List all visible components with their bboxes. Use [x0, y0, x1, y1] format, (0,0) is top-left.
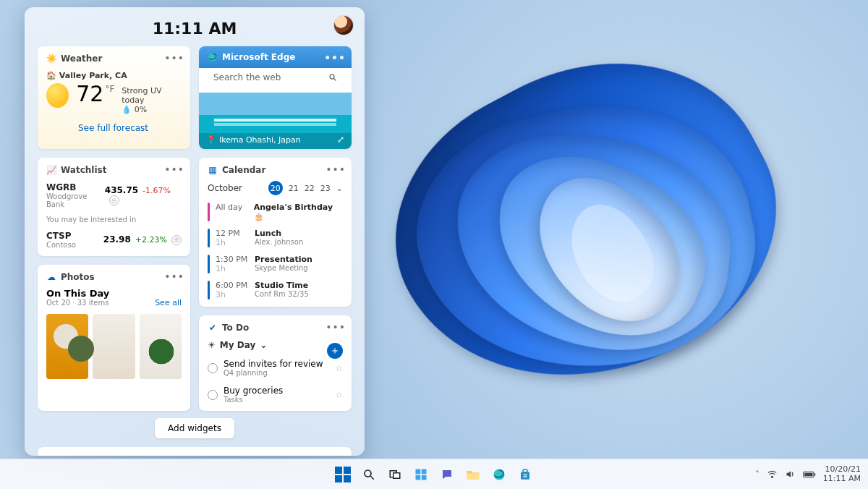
svg-rect-7	[416, 469, 421, 474]
calendar-title: Calendar	[222, 165, 265, 175]
system-tray[interactable]: ˄ 10/20/2111:11 AM	[755, 465, 861, 483]
event-time: All day	[216, 203, 248, 221]
edge-image: 📍 Ikema Ohashi, Japan ⤢	[199, 93, 352, 149]
see-all-link[interactable]: See all	[155, 298, 182, 307]
svg-rect-21	[804, 472, 812, 476]
svg-rect-13	[521, 472, 529, 480]
task-checkbox[interactable]	[208, 390, 218, 400]
task-sub: Q4 planning	[224, 369, 323, 377]
edge-more-icon[interactable]: •••	[324, 52, 346, 64]
volume-icon[interactable]	[785, 469, 796, 480]
stock-symbol: WGRB	[46, 182, 105, 192]
edge-search-placeholder: Search the web	[213, 72, 281, 82]
taskbar: ˄ 10/20/2111:11 AM	[0, 459, 868, 489]
svg-rect-17	[524, 475, 525, 477]
stock-price: 23.98	[103, 234, 131, 244]
event-time: 6:00 PM	[216, 281, 249, 290]
calendar-event[interactable]: 1:30 PM1hPresentationSkype Meeting	[208, 255, 343, 273]
edge-widget[interactable]: Microsoft Edge ••• Search the web 📍 Ikem…	[199, 46, 352, 149]
svg-rect-14	[523, 469, 527, 472]
search-icon	[328, 73, 337, 82]
task-checkbox[interactable]	[208, 363, 218, 373]
todo-task[interactable]: Buy groceriesTasks☆	[208, 386, 343, 404]
svg-rect-8	[422, 469, 427, 474]
weather-more-icon[interactable]: •••	[164, 52, 184, 64]
svg-rect-11	[467, 473, 480, 479]
weather-widget[interactable]: ☀️Weather ••• 🏠 Valley Park, CA 72°F Str…	[38, 46, 190, 149]
svg-point-3	[365, 470, 371, 477]
file-explorer-button[interactable]	[464, 465, 482, 484]
edge-search-input[interactable]: Search the web	[206, 68, 344, 87]
photos-icon: ☁	[46, 272, 56, 282]
stock-row[interactable]: CTSPContoso 23.98+2.23%⊕	[46, 231, 182, 249]
calendar-event[interactable]: 6:00 PM3hStudio TimeConf Rm 32/35	[208, 281, 343, 299]
add-stock-icon[interactable]: ⊖	[109, 195, 119, 205]
photo-thumbnail[interactable]	[140, 314, 182, 379]
calendar-day[interactable]: 23	[320, 184, 331, 193]
add-task-button[interactable]: ＋	[327, 343, 343, 359]
expand-icon[interactable]: ⤢	[337, 135, 344, 145]
task-sub: Tasks	[224, 396, 283, 404]
event-time: 12 PM	[216, 229, 249, 238]
wifi-icon[interactable]	[767, 469, 778, 480]
calendar-day-picker[interactable]: 20 21 22 23 ⌄	[268, 181, 343, 195]
task-label: Send invites for review	[224, 359, 323, 369]
edge-button[interactable]	[490, 465, 509, 484]
edge-caption: 📍 Ikema Ohashi, Japan	[206, 135, 301, 145]
photos-more-icon[interactable]: •••	[164, 271, 184, 282]
stock-price: 435.75	[105, 185, 138, 195]
todo-task[interactable]: Send invites for reviewQ4 planning☆	[208, 359, 343, 377]
add-widgets-button[interactable]: Add widgets	[155, 418, 234, 438]
todo-widget[interactable]: ✔To Do ••• ☀ My Day ⌄ ＋ Send invites for…	[199, 315, 352, 411]
star-icon[interactable]: ☆	[335, 363, 343, 373]
start-button[interactable]	[333, 465, 352, 484]
wallpaper-bloom	[311, 29, 861, 434]
watchlist-title: Watchlist	[61, 165, 106, 175]
chevron-down-icon[interactable]: ⌄	[336, 184, 343, 193]
edge-title: Microsoft Edge	[222, 52, 295, 62]
calendar-event[interactable]: 12 PM1hLunchAlex. Johnson	[208, 229, 343, 247]
photos-heading: On This Day	[46, 288, 182, 299]
watchlist-icon: 📈	[46, 165, 56, 175]
photo-thumbnail[interactable]	[46, 314, 88, 379]
panel-clock: 11:11 AM	[153, 20, 237, 38]
event-duration: 3h	[216, 290, 249, 299]
see-full-forecast-link[interactable]: See full forecast	[78, 123, 148, 133]
stock-company: Contoso	[46, 241, 76, 249]
store-button[interactable]	[516, 465, 535, 484]
watchlist-widget[interactable]: 📈Watchlist ••• WGRBWoodgrove Bank 435.75…	[38, 158, 190, 256]
todo-more-icon[interactable]: •••	[326, 321, 346, 333]
star-icon[interactable]: ☆	[335, 390, 343, 400]
calendar-widget[interactable]: ▦Calendar ••• October 20 21 22 23 ⌄ All …	[199, 158, 352, 307]
search-button[interactable]	[359, 465, 378, 484]
photos-widget[interactable]: ☁Photos ••• On This Day Oct 20 · 33 item…	[38, 265, 190, 411]
widgets-button[interactable]	[412, 465, 430, 484]
calendar-day[interactable]: 21	[289, 184, 299, 193]
tray-chevron-icon[interactable]: ˄	[755, 469, 760, 479]
stock-symbol: CTSP	[46, 231, 76, 241]
event-label: Presentation	[255, 255, 312, 264]
chat-button[interactable]	[438, 465, 456, 484]
event-duration: 1h	[216, 238, 249, 247]
calendar-more-icon[interactable]: •••	[326, 163, 346, 175]
add-stock-icon[interactable]: ⊕	[171, 235, 182, 245]
svg-rect-15	[524, 474, 525, 475]
svg-rect-22	[814, 473, 816, 475]
user-avatar[interactable]	[334, 16, 353, 35]
calendar-event[interactable]: All dayAngela's Birthday 🎂	[208, 203, 343, 221]
top-stories-widget[interactable]: TOP STORIES USA Today · 3 mins One of th…	[38, 447, 352, 456]
svg-line-2	[334, 79, 336, 81]
battery-icon[interactable]	[803, 470, 816, 479]
task-view-button[interactable]	[386, 465, 404, 484]
todo-list-selector[interactable]: ☀ My Day ⌄	[208, 340, 343, 350]
todo-icon: ✔	[208, 323, 218, 333]
photo-thumbnail[interactable]	[93, 314, 135, 379]
taskbar-clock[interactable]: 10/20/2111:11 AM	[823, 465, 861, 483]
stock-row[interactable]: WGRBWoodgrove Bank 435.75-1.67%⊖	[46, 182, 182, 208]
weather-condition: Strong UV today 💧 0%	[122, 86, 182, 114]
event-sub: Alex. Johnson	[255, 238, 303, 246]
calendar-day-selected[interactable]: 20	[268, 181, 283, 195]
stock-change: -1.67%	[142, 186, 171, 195]
watchlist-more-icon[interactable]: •••	[164, 163, 184, 175]
calendar-day[interactable]: 22	[305, 184, 315, 193]
